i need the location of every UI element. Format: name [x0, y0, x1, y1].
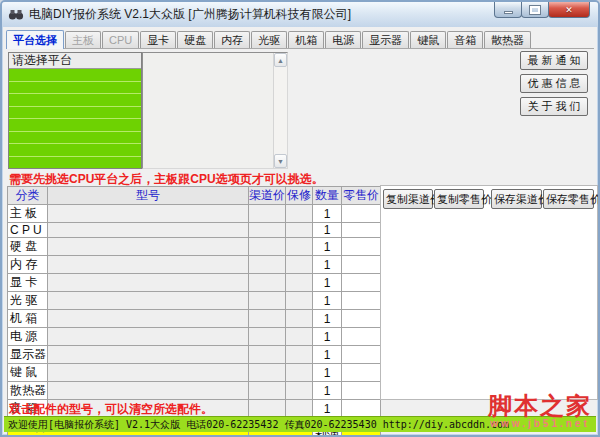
quote-table-row: C P U1	[8, 223, 381, 238]
warranty-cell	[286, 238, 313, 256]
tab-bar: 平台选择主板CPU显卡硬盘内存光驱机箱电源显示器键鼠音箱散热器	[6, 30, 594, 49]
quantity-cell[interactable]: 1	[313, 256, 342, 274]
model-cell[interactable]	[48, 328, 249, 346]
save-retail-price-button[interactable]: 保存零售价	[543, 189, 594, 209]
copy-channel-price-button[interactable]: 复制渠道价	[383, 189, 433, 209]
retail-price-cell[interactable]	[342, 346, 381, 364]
warranty-cell	[286, 328, 313, 346]
quote-table-row: 散热器1	[8, 382, 381, 400]
quote-table-row: 电 源1	[8, 328, 381, 346]
quote-table: 分类 型号 渠道价 保修 数量 零售价 主 板1C P U1硬 盘1内 存1显 …	[7, 186, 381, 437]
warranty-cell	[286, 346, 313, 364]
close-button[interactable]: ✕	[548, 2, 590, 18]
platform-list-item[interactable]	[9, 93, 141, 106]
model-cell[interactable]	[48, 223, 249, 238]
tab-psu[interactable]: 电源	[325, 31, 361, 48]
channel-price-cell	[249, 382, 286, 400]
model-cell[interactable]	[48, 346, 249, 364]
maximize-button[interactable]	[521, 2, 549, 18]
tab-monitor[interactable]: 显示器	[362, 31, 409, 48]
retail-price-cell[interactable]	[342, 205, 381, 223]
retail-price-cell[interactable]	[342, 328, 381, 346]
quantity-cell[interactable]: 1	[313, 382, 342, 400]
model-cell[interactable]	[48, 238, 249, 256]
category-cell: 电 源	[8, 328, 48, 346]
model-cell[interactable]	[48, 364, 249, 382]
platform-list-item[interactable]	[9, 156, 141, 169]
tab-platform-select[interactable]: 平台选择	[6, 30, 64, 49]
quote-table-row: 主 板1	[8, 205, 381, 223]
quantity-cell[interactable]: 1	[313, 400, 342, 418]
col-header-model: 型号	[48, 187, 249, 205]
copy-retail-price-button[interactable]: 复制零售价	[434, 189, 484, 209]
retail-price-cell[interactable]	[342, 310, 381, 328]
quantity-cell[interactable]: 1	[313, 328, 342, 346]
quote-table-row: 内 存1	[8, 256, 381, 274]
category-cell: 显示器	[8, 346, 48, 364]
tab-ram[interactable]: 内存	[214, 31, 250, 48]
app-window: 电脑DIY报价系统 V2.1大众版 [广州腾扬计算机科技有限公司] ✕ 平台选择…	[0, 0, 600, 437]
category-cell: 散热器	[8, 382, 48, 400]
retail-price-cell[interactable]	[342, 238, 381, 256]
quote-table-row: 显示器1	[8, 346, 381, 364]
category-cell: 主 板	[8, 205, 48, 223]
retail-price-cell[interactable]	[342, 292, 381, 310]
quote-table-row: 键 鼠1	[8, 364, 381, 382]
quote-table-row: 机 箱1	[8, 310, 381, 328]
platform-list-item[interactable]	[9, 69, 141, 81]
tab-kb-mouse[interactable]: 键鼠	[410, 31, 446, 48]
model-cell[interactable]	[48, 256, 249, 274]
platform-list-item[interactable]	[9, 131, 141, 144]
model-cell[interactable]	[48, 382, 249, 400]
tab-hdd[interactable]: 硬盘	[177, 31, 213, 48]
about-us-button[interactable]: 关 于 我 们	[520, 97, 588, 116]
model-cell[interactable]	[48, 310, 249, 328]
retail-price-cell[interactable]	[342, 256, 381, 274]
quantity-cell[interactable]: 1	[313, 238, 342, 256]
col-header-category: 分类	[8, 187, 48, 205]
col-header-retail-price: 零售价	[342, 187, 381, 205]
retail-price-cell[interactable]	[342, 400, 381, 418]
platform-list-item[interactable]	[9, 143, 141, 156]
channel-price-cell	[249, 238, 286, 256]
retail-price-cell[interactable]	[342, 274, 381, 292]
scroll-down-icon[interactable]: ▼	[274, 154, 287, 168]
quantity-cell[interactable]: 1	[313, 292, 342, 310]
retail-price-cell[interactable]	[342, 364, 381, 382]
platform-list-rows	[9, 69, 141, 168]
model-cell[interactable]	[48, 274, 249, 292]
tab-cooler[interactable]: 散热器	[484, 31, 531, 48]
retail-price-cell[interactable]	[342, 382, 381, 400]
quantity-cell[interactable]: 1	[313, 274, 342, 292]
warranty-cell	[286, 364, 313, 382]
platform-list-item[interactable]	[9, 81, 141, 94]
quantity-cell[interactable]: 1	[313, 310, 342, 328]
scroll-up-icon[interactable]: ▲	[274, 53, 287, 67]
channel-price-cell	[249, 274, 286, 292]
title-bar: 电脑DIY报价系统 V2.1大众版 [广州腾扬计算机科技有限公司] ✕	[2, 2, 598, 27]
tab-speaker[interactable]: 音箱	[447, 31, 483, 48]
quantity-cell[interactable]: 1	[313, 205, 342, 223]
vertical-scrollbar[interactable]: ▲ ▼	[273, 53, 287, 168]
tab-motherboard: 主板	[65, 31, 101, 48]
promo-info-button[interactable]: 优 惠 信 息	[520, 74, 588, 93]
channel-price-cell	[249, 292, 286, 310]
platform-list-item[interactable]	[9, 118, 141, 131]
tab-odd[interactable]: 光驱	[251, 31, 287, 48]
quote-table-row: 显 卡1	[8, 274, 381, 292]
save-channel-price-button[interactable]: 保存渠道价	[491, 189, 542, 209]
model-cell[interactable]	[48, 205, 249, 223]
latest-notice-button[interactable]: 最 新 通 知	[520, 51, 588, 70]
warranty-cell	[286, 292, 313, 310]
minimize-button[interactable]	[494, 2, 522, 18]
quote-table-row: 硬 盘1	[8, 238, 381, 256]
platform-list-item[interactable]	[9, 106, 141, 119]
quantity-cell[interactable]: 1	[313, 364, 342, 382]
retail-price-cell[interactable]	[342, 223, 381, 238]
quantity-cell[interactable]: 1	[313, 223, 342, 238]
channel-price-cell	[249, 310, 286, 328]
tab-case[interactable]: 机箱	[288, 31, 324, 48]
tab-gpu[interactable]: 显卡	[140, 31, 176, 48]
quantity-cell[interactable]: 1	[313, 346, 342, 364]
model-cell[interactable]	[48, 292, 249, 310]
